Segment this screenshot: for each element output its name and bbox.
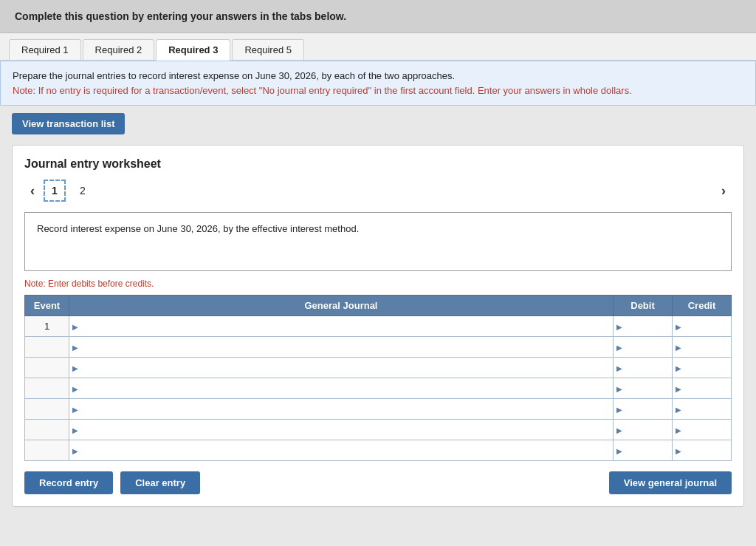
table-row <box>25 337 732 358</box>
general-journal-cell-1[interactable] <box>69 337 614 358</box>
note-debits: Note: Enter debits before credits. <box>24 279 732 289</box>
view-transaction-area: View transaction list <box>0 106 756 142</box>
event-cell-6 <box>25 440 69 461</box>
clear-entry-button[interactable]: Clear entry <box>120 471 200 494</box>
table-row <box>25 420 732 440</box>
general-journal-cell-2[interactable] <box>69 358 614 378</box>
instructions-note-text: Note: If no entry is required for a tran… <box>13 85 632 96</box>
journal-table: Event General Journal Debit Credit 1 <box>24 295 732 461</box>
page-2-button[interactable]: 2 <box>72 180 94 202</box>
debit-cell-2[interactable] <box>614 358 673 378</box>
banner-text: Complete this question by entering your … <box>15 10 346 22</box>
credit-cell-6[interactable] <box>673 440 732 461</box>
credit-cell-3[interactable] <box>673 378 732 399</box>
tab-required-5[interactable]: Required 5 <box>232 39 304 60</box>
page-1-button[interactable]: 1 <box>44 180 66 202</box>
credit-cell-5[interactable] <box>673 420 732 440</box>
table-row <box>25 358 732 378</box>
credit-cell-1[interactable] <box>673 337 732 358</box>
view-general-journal-button[interactable]: View general journal <box>609 471 732 494</box>
event-cell-3 <box>25 378 69 399</box>
table-row <box>25 378 732 399</box>
description-box: Record interest expense on June 30, 2026… <box>24 212 732 271</box>
general-journal-cell-0[interactable] <box>69 316 614 337</box>
col-header-debit: Debit <box>614 296 673 316</box>
pagination-row: ‹ 1 2 › <box>24 180 732 202</box>
top-banner: Complete this question by entering your … <box>0 0 756 33</box>
instructions-main-text: Prepare the journal entries to record in… <box>13 70 455 81</box>
record-entry-button[interactable]: Record entry <box>24 471 113 494</box>
debit-cell-6[interactable] <box>614 440 673 461</box>
credit-cell-0[interactable] <box>673 316 732 337</box>
event-cell-5 <box>25 420 69 440</box>
description-text: Record interest expense on June 30, 2026… <box>37 223 359 234</box>
tab-required-2[interactable]: Required 2 <box>83 39 155 60</box>
table-row <box>25 440 732 461</box>
prev-arrow[interactable]: ‹ <box>24 182 41 200</box>
credit-cell-4[interactable] <box>673 399 732 420</box>
debit-cell-5[interactable] <box>614 420 673 440</box>
table-row: 1 <box>25 316 732 337</box>
debit-cell-3[interactable] <box>614 378 673 399</box>
event-cell-0: 1 <box>25 316 69 337</box>
view-transaction-button[interactable]: View transaction list <box>12 113 125 134</box>
tab-required-1[interactable]: Required 1 <box>9 39 81 60</box>
event-cell-1 <box>25 337 69 358</box>
debit-cell-0[interactable] <box>614 316 673 337</box>
general-journal-cell-5[interactable] <box>69 420 614 440</box>
col-header-event: Event <box>25 296 69 316</box>
col-header-general-journal: General Journal <box>69 296 614 316</box>
general-journal-cell-6[interactable] <box>69 440 614 461</box>
tab-required-3[interactable]: Required 3 <box>156 39 230 61</box>
debit-cell-1[interactable] <box>614 337 673 358</box>
col-header-credit: Credit <box>673 296 732 316</box>
general-journal-cell-4[interactable] <box>69 399 614 420</box>
credit-cell-2[interactable] <box>673 358 732 378</box>
next-arrow[interactable]: › <box>715 182 732 200</box>
worksheet-title: Journal entry worksheet <box>24 157 732 171</box>
worksheet-container: Journal entry worksheet ‹ 1 2 › Record i… <box>12 145 744 507</box>
action-buttons-row: Record entry Clear entry View general jo… <box>24 471 732 494</box>
debit-cell-4[interactable] <box>614 399 673 420</box>
instructions-box: Prepare the journal entries to record in… <box>0 61 756 106</box>
general-journal-cell-3[interactable] <box>69 378 614 399</box>
event-cell-2 <box>25 358 69 378</box>
event-cell-4 <box>25 399 69 420</box>
table-row <box>25 399 732 420</box>
tabs-bar: Required 1 Required 2 Required 3 Require… <box>0 33 756 61</box>
